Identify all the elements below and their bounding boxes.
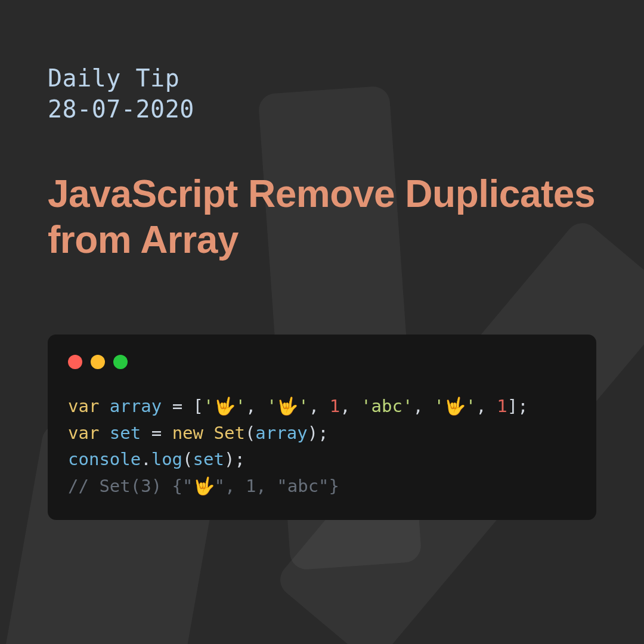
page-title: JavaScript Remove Duplicates from Array (48, 171, 596, 263)
header-date: 28-07-2020 (48, 94, 596, 125)
window-dot-red (68, 355, 82, 369)
window-dot-green (113, 355, 128, 369)
window-dot-yellow (91, 355, 105, 369)
code-window: var array = ['🤟', '🤟', 1, 'abc', '🤟', 1]… (48, 335, 596, 521)
code-line-3: console.log(set); (68, 449, 245, 469)
content: Daily Tip 28-07-2020 JavaScript Remove D… (0, 0, 644, 520)
code-line-1: var array = ['🤟', '🤟', 1, 'abc', '🤟', 1]… (68, 396, 528, 416)
window-controls (68, 355, 576, 369)
header: Daily Tip 28-07-2020 (48, 63, 596, 125)
header-label: Daily Tip (48, 63, 596, 94)
code-line-2: var set = new Set(array); (68, 423, 329, 443)
code-content: var array = ['🤟', '🤟', 1, 'abc', '🤟', 1]… (68, 393, 576, 500)
code-line-4: // Set(3) {"🤟", 1, "abc"} (68, 476, 339, 496)
